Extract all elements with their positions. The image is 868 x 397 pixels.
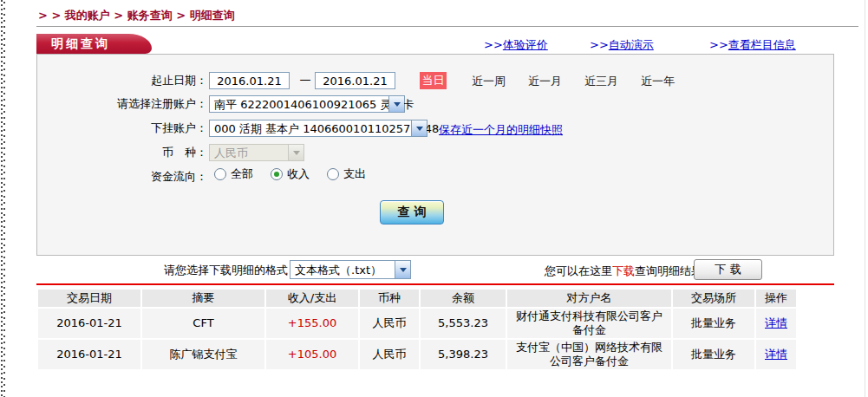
cell-counterparty: 财付通支付科技有限公司客户备付金	[507, 309, 671, 338]
chevron-down-icon	[411, 120, 427, 136]
link-label: 查看栏目信息	[728, 38, 796, 51]
breadcrumb-item[interactable]: 明细查询	[190, 9, 235, 22]
range-link[interactable]: 近一月	[528, 74, 562, 89]
table-header-cell: 对方户名	[507, 290, 671, 307]
register-account-select[interactable]: 南平 6222001406100921065 灵通卡	[209, 95, 405, 113]
table-row: 2016-01-21陈广锦支付宝+105.00人民币5,398.23支付宝（中国…	[38, 340, 796, 369]
date-dash: —	[297, 73, 314, 86]
register-account-value: 南平 6222001406100921065 灵通卡	[214, 97, 414, 112]
cell-channel: 批量业务	[673, 340, 754, 369]
quick-range-links: 近一周近一月近三月近一年	[472, 74, 675, 89]
table-top-divider	[36, 283, 834, 285]
hint-download-word: 下载	[612, 264, 635, 277]
table-body: 2016-01-21CFT+155.00人民币5,553.23财付通支付科技有限…	[38, 309, 796, 369]
cell-amount: +155.00	[266, 309, 358, 338]
range-link[interactable]: 近一周	[472, 74, 506, 89]
cell-date: 2016-01-21	[38, 309, 140, 338]
range-link[interactable]: 近三月	[584, 74, 618, 89]
table-header-cell: 交易日期	[38, 290, 140, 307]
flow-radio-支出[interactable]: 支出	[327, 166, 366, 182]
cell-summary: CFT	[142, 309, 264, 338]
table-header-row: 交易日期摘要收入/支出币种余额对方户名交易场所操作	[38, 290, 796, 307]
chevrons-icon: >>	[709, 38, 728, 51]
tab-detail-query[interactable]: 明细查询	[36, 34, 152, 54]
radio-icon	[271, 168, 283, 180]
date-range-label: 起止日期：	[37, 74, 207, 88]
cell-balance: 5,553.23	[421, 309, 506, 338]
flow-radio-收入[interactable]: 收入	[271, 166, 310, 182]
range-link[interactable]: 近一年	[641, 74, 675, 89]
link-view-column-info[interactable]: >>查看栏目信息	[709, 37, 796, 53]
cell-action: 详情	[756, 340, 796, 369]
top-divider	[36, 26, 858, 27]
query-form-panel: 起止日期： — 当日 近一周近一月近三月近一年 请选择注册账户： 南平 6222…	[36, 54, 834, 256]
right-border	[865, 0, 865, 397]
currency-select: 人民币	[209, 144, 304, 161]
date-to-input[interactable]	[315, 72, 395, 89]
download-format-select[interactable]: 文本格式（.txt）	[290, 260, 411, 279]
chevron-down-icon	[388, 96, 404, 112]
detail-query-page: > > 我的账户 > 账务查询 > 明细查询 明细查询 >>体验评价 >>自动演…	[0, 0, 868, 397]
radio-icon	[214, 168, 226, 180]
cell-balance: 5,398.23	[421, 340, 506, 369]
table-header-cell: 交易场所	[673, 290, 754, 307]
table-header-cell: 币种	[360, 290, 419, 307]
download-format-label: 请您选择下载明细的格式	[36, 263, 288, 278]
cell-summary: 陈广锦支付宝	[142, 340, 264, 369]
sub-account-value: 000 活期 基本户 1406600101102571848	[214, 121, 439, 136]
query-button[interactable]: 查 询	[380, 200, 444, 225]
download-button[interactable]: 下载	[694, 259, 762, 280]
transactions-table: 交易日期摘要收入/支出币种余额对方户名交易场所操作 2016-01-21CFT+…	[36, 288, 798, 371]
download-format-value: 文本格式（.txt）	[295, 263, 382, 277]
cell-counterparty: 支付宝（中国）网络技术有限公司客户备付金	[507, 340, 671, 369]
link-experience-review[interactable]: >>体验评价	[484, 37, 548, 53]
flow-label: 资金流向：	[37, 170, 207, 184]
save-snapshot-link[interactable]: 保存近一个月的明细快照	[439, 122, 563, 138]
hint-suffix: 查询明细结果	[635, 264, 702, 277]
breadcrumb: > > 我的账户 > 账务查询 > 明细查询	[38, 8, 235, 23]
range-today-badge[interactable]: 当日	[420, 72, 447, 89]
sub-account-label: 下挂账户：	[37, 121, 207, 135]
cell-action: 详情	[756, 309, 796, 338]
download-hint: 您可以在这里下载查询明细结果	[545, 264, 702, 279]
chevron-down-icon	[288, 145, 303, 160]
cell-currency: 人民币	[360, 340, 419, 369]
currency-label: 币 种：	[37, 146, 207, 159]
chevrons-icon: >>	[590, 38, 609, 51]
left-dotted-border	[0, 0, 6, 397]
date-from-input[interactable]	[209, 72, 290, 89]
table-header-cell: 余额	[421, 290, 506, 307]
link-auto-demo[interactable]: >>自动演示	[590, 37, 654, 53]
detail-link[interactable]: 详情	[765, 348, 787, 361]
sub-account-select[interactable]: 000 活期 基本户 1406600101102571848	[209, 120, 427, 137]
detail-link[interactable]: 详情	[765, 316, 787, 329]
cell-channel: 批量业务	[673, 309, 754, 338]
radio-label: 支出	[343, 166, 366, 182]
table-row: 2016-01-21CFT+155.00人民币5,553.23财付通支付科技有限…	[38, 309, 796, 338]
breadcrumb-item[interactable]: 账务查询	[127, 9, 173, 22]
link-label: 自动演示	[609, 38, 654, 51]
register-account-label: 请选择注册账户：	[37, 97, 207, 111]
breadcrumb-item[interactable]: 我的账户	[65, 9, 110, 22]
cell-currency: 人民币	[360, 309, 419, 338]
radio-label: 全部	[231, 166, 253, 182]
cell-date: 2016-01-21	[38, 340, 140, 369]
radio-label: 收入	[287, 166, 310, 182]
cell-amount: +105.00	[266, 340, 358, 369]
chevrons-icon: >>	[484, 38, 503, 51]
link-label: 体验评价	[503, 38, 548, 51]
chevron-down-icon	[395, 261, 410, 278]
table-header-cell: 收入/支出	[266, 290, 358, 307]
flow-radio-全部[interactable]: 全部	[214, 166, 253, 182]
currency-value: 人民币	[214, 146, 248, 160]
flow-radio-group: 全部收入支出	[214, 166, 366, 182]
hint-prefix: 您可以在这里	[545, 264, 612, 277]
table-header-cell: 操作	[756, 290, 796, 307]
table-header-cell: 摘要	[142, 290, 264, 307]
radio-icon	[327, 168, 339, 180]
